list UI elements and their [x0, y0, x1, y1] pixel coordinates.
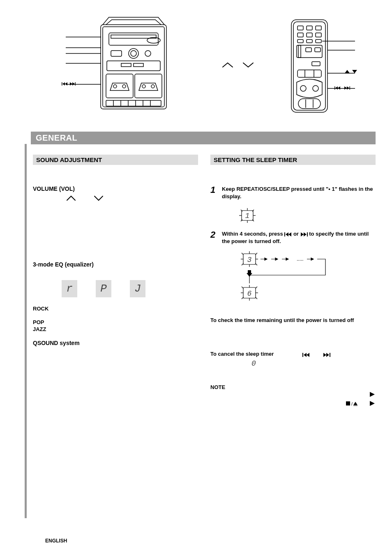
- svg-rect-40: [316, 39, 321, 43]
- svg-rect-11: [134, 63, 143, 67]
- svg-rect-46: [297, 70, 321, 77]
- step-1-text: Keep REPEAT/OSC/SLEEP pressed until "• 1…: [222, 185, 376, 200]
- svg-rect-42: [298, 45, 301, 58]
- svg-line-76: [242, 264, 243, 265]
- svg-rect-51: [298, 99, 321, 109]
- svg-point-15: [122, 85, 126, 88]
- check-time-text: To check the time remaining until the po…: [210, 317, 376, 324]
- svg-rect-44: [315, 48, 321, 52]
- illustration-row: [25, 8, 376, 123]
- svg-rect-32: [297, 26, 303, 30]
- svg-rect-31: [293, 22, 325, 110]
- remote-diagram: [277, 12, 359, 119]
- svg-rect-89: [346, 401, 350, 405]
- page-left-rule: [25, 144, 27, 518]
- svg-rect-37: [316, 33, 321, 37]
- step-2-row: 2 Within 4 seconds, press or to specify …: [210, 230, 376, 245]
- step-2-text: Within 4 seconds, press or to specify th…: [222, 230, 376, 245]
- svg-point-6: [131, 51, 136, 56]
- svg-text:1: 1: [245, 212, 250, 220]
- svg-point-14: [113, 85, 117, 88]
- svg-point-8: [145, 51, 151, 56]
- svg-text:.....: .....: [297, 256, 304, 262]
- svg-rect-33: [307, 26, 312, 30]
- note-label: NOTE: [210, 384, 225, 390]
- svg-rect-38: [297, 39, 303, 43]
- svg-text:3: 3: [247, 256, 252, 264]
- svg-line-88: [256, 297, 257, 299]
- svg-point-16: [142, 85, 145, 88]
- svg-point-5: [129, 49, 138, 58]
- sound-adjustment-column: SOUND ADJUSTMENT VOLUME (VOL) 3-mode EQ …: [33, 155, 198, 406]
- eq-jazz-label: JAZZ: [33, 326, 198, 332]
- eq-glyph-jazz: J: [130, 280, 145, 297]
- svg-line-86: [256, 287, 257, 288]
- svg-rect-39: [307, 39, 312, 43]
- svg-rect-10: [121, 63, 131, 67]
- prev-next-icon-pair: [302, 353, 339, 358]
- chevron-up-down-icons: [221, 60, 258, 72]
- timer-sequence-diagram: 3 .....: [231, 250, 376, 308]
- svg-line-85: [242, 287, 243, 288]
- playback-icons-row: [210, 392, 376, 397]
- step-1-display-icon: 1: [235, 206, 376, 225]
- eq-pop-label: POP: [33, 319, 198, 325]
- eq-rock-label: ROCK: [33, 306, 198, 312]
- svg-line-74: [242, 253, 243, 255]
- svg-rect-45: [312, 62, 320, 66]
- svg-point-50: [313, 86, 318, 91]
- svg-text:6: 6: [247, 290, 252, 298]
- step-1-row: 1 Keep REPEAT/OSC/SLEEP pressed until "•…: [210, 185, 376, 200]
- play-icon: [370, 392, 376, 397]
- svg-rect-3: [111, 35, 156, 38]
- qsound-label: QSOUND system: [33, 340, 198, 346]
- page-language-footnote: ENGLISH: [45, 538, 67, 544]
- svg-rect-35: [297, 33, 303, 37]
- svg-line-77: [256, 264, 257, 265]
- cancel-timer-text: To cancel the sleep timer: [210, 351, 274, 357]
- stop-eject-icon: /: [346, 401, 357, 406]
- svg-rect-36: [307, 33, 312, 37]
- step-1-number: 1: [210, 185, 219, 200]
- svg-point-49: [300, 86, 306, 91]
- cancel-zero-glyph: 0: [251, 359, 274, 368]
- play-icon-2: [370, 401, 376, 406]
- svg-rect-13: [135, 74, 162, 98]
- step-2-number: 2: [210, 230, 219, 245]
- next-track-icon: [300, 232, 308, 236]
- svg-point-17: [151, 85, 154, 88]
- sleep-timer-column: SETTING THE SLEEP TIMER 1 Keep REPEAT/OS…: [210, 155, 376, 406]
- stereo-unit-diagram: [62, 12, 201, 119]
- eq-mode-row: r P J: [62, 280, 198, 297]
- svg-rect-43: [306, 48, 311, 52]
- sound-adjustment-header: SOUND ADJUSTMENT: [33, 155, 198, 165]
- svg-rect-7: [111, 51, 122, 56]
- svg-rect-18: [106, 100, 161, 106]
- prev-next-icons: [62, 82, 76, 86]
- eq-label: 3-mode EQ (equalizer): [33, 261, 198, 268]
- eq-glyph-pop: P: [96, 280, 111, 297]
- eq-glyph-rock: r: [62, 280, 77, 297]
- prev-track-icon: [284, 232, 292, 236]
- general-heading: GENERAL: [36, 133, 77, 142]
- volume-label: VOLUME (VOL): [33, 185, 198, 192]
- svg-rect-12: [106, 74, 133, 98]
- volume-chevrons: [66, 195, 107, 202]
- sleep-timer-header: SETTING THE SLEEP TIMER: [210, 155, 376, 165]
- general-heading-bar: GENERAL: [31, 132, 376, 144]
- svg-text:/: /: [351, 401, 353, 406]
- stop-eject-play-row: /: [210, 401, 376, 406]
- svg-line-75: [256, 253, 257, 255]
- svg-line-87: [242, 297, 243, 299]
- svg-rect-34: [316, 26, 321, 30]
